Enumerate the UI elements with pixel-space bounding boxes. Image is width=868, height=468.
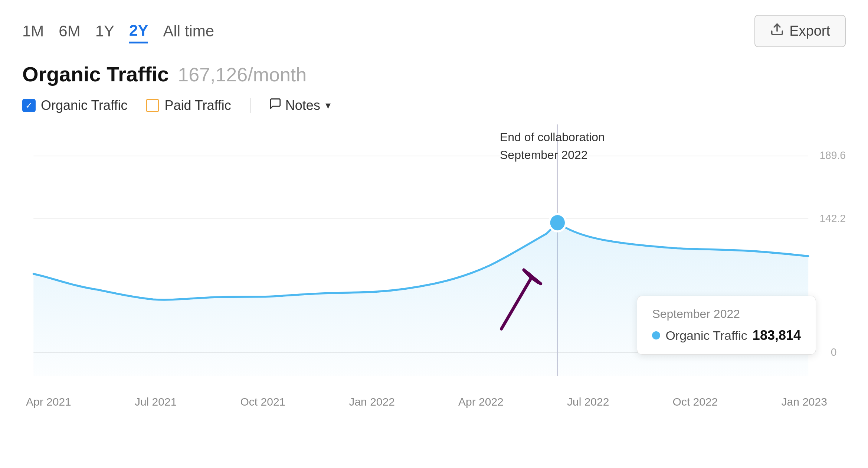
- checkmark-icon: ✓: [25, 100, 33, 111]
- annotation-line1: End of collaboration: [500, 130, 605, 144]
- paid-checkbox: [146, 99, 159, 112]
- x-label-2: Oct 2021: [240, 396, 286, 408]
- filter-1m[interactable]: 1M: [22, 19, 44, 43]
- x-label-3: Jan 2022: [349, 396, 394, 408]
- svg-text:142.2K: 142.2K: [819, 212, 846, 224]
- chart-wrapper: End of collaboration September 2022 189.…: [22, 124, 846, 392]
- organic-label: Organic Traffic: [41, 98, 127, 113]
- time-filter-bar: 1M 6M 1Y 2Y All time Export: [22, 15, 846, 47]
- filter-1y[interactable]: 1Y: [95, 19, 114, 43]
- export-label: Export: [789, 23, 830, 39]
- x-label-6: Oct 2022: [673, 396, 718, 408]
- legend-bar: ✓ Organic Traffic Paid Traffic Notes ▾: [22, 97, 846, 113]
- metric-title: Organic Traffic 167,126/month: [22, 62, 846, 86]
- notes-button[interactable]: Notes ▾: [269, 97, 331, 113]
- legend-divider: [250, 98, 250, 113]
- annotation-box: End of collaboration September 2022: [500, 128, 605, 164]
- svg-point-5: [549, 214, 566, 231]
- paid-label: Paid Traffic: [164, 98, 231, 113]
- tooltip-dot: [652, 331, 660, 339]
- x-label-7: Jan 2023: [781, 396, 827, 408]
- x-label-4: Apr 2022: [458, 396, 504, 408]
- filter-6m[interactable]: 6M: [59, 19, 80, 43]
- annotation-line2: September 2022: [500, 148, 588, 162]
- legend-item-organic[interactable]: ✓ Organic Traffic: [22, 98, 127, 113]
- organic-checkbox: ✓: [22, 99, 36, 112]
- filter-2y[interactable]: 2Y: [129, 19, 148, 43]
- chevron-down-icon: ▾: [325, 99, 331, 111]
- x-label-1: Jul 2021: [135, 396, 177, 408]
- tooltip-metric-value: 183,814: [753, 328, 801, 343]
- filter-alltime[interactable]: All time: [163, 19, 214, 43]
- tooltip-row: Organic Traffic 183,814: [652, 328, 801, 343]
- notes-label: Notes: [285, 98, 320, 113]
- metric-value: 167,126/month: [178, 64, 307, 86]
- x-label-5: Jul 2022: [567, 396, 609, 408]
- tooltip-date: September 2022: [652, 307, 801, 321]
- tooltip-metric-name: Organic Traffic: [665, 328, 747, 343]
- svg-text:0: 0: [831, 346, 837, 358]
- legend-item-paid[interactable]: Paid Traffic: [146, 98, 231, 113]
- time-filters: 1M 6M 1Y 2Y All time: [22, 19, 214, 43]
- metric-label: Organic Traffic: [22, 62, 169, 86]
- export-button[interactable]: Export: [754, 15, 846, 47]
- x-label-0: Apr 2021: [26, 396, 71, 408]
- svg-text:189.6K: 189.6K: [819, 149, 846, 162]
- notes-icon: [269, 97, 282, 113]
- tooltip-box: September 2022 Organic Traffic 183,814: [637, 296, 816, 355]
- x-axis-labels: Apr 2021 Jul 2021 Oct 2021 Jan 2022 Apr …: [22, 396, 846, 408]
- export-icon: [770, 22, 784, 40]
